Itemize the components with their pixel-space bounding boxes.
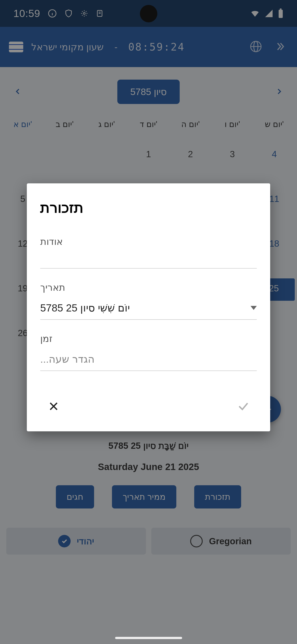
about-input[interactable] (40, 256, 257, 263)
cancel-button[interactable] (45, 398, 63, 416)
date-value: יוֹם שִׁשִׁי סיון 25 5785 (40, 302, 130, 314)
check-icon (237, 400, 250, 414)
reminder-modal: תזכורת אודות תאריך יוֹם שִׁשִׁי סיון 25 … (27, 183, 270, 431)
dropdown-caret-icon (251, 306, 257, 310)
time-input-placeholder[interactable]: הגדר שעה... (40, 353, 257, 365)
confirm-button[interactable] (234, 398, 252, 416)
home-indicator[interactable] (115, 637, 182, 639)
time-label: זמן (40, 333, 257, 344)
about-label: אודות (40, 236, 257, 247)
date-label: תאריך (40, 282, 257, 293)
time-field[interactable]: זמן הגדר שעה... (40, 333, 257, 371)
about-field[interactable]: אודות (40, 236, 257, 268)
modal-actions (40, 384, 257, 422)
modal-title: תזכורת (40, 200, 257, 216)
date-field[interactable]: תאריך יוֹם שִׁשִׁי סיון 25 5785 (40, 282, 257, 320)
close-icon (48, 400, 59, 413)
